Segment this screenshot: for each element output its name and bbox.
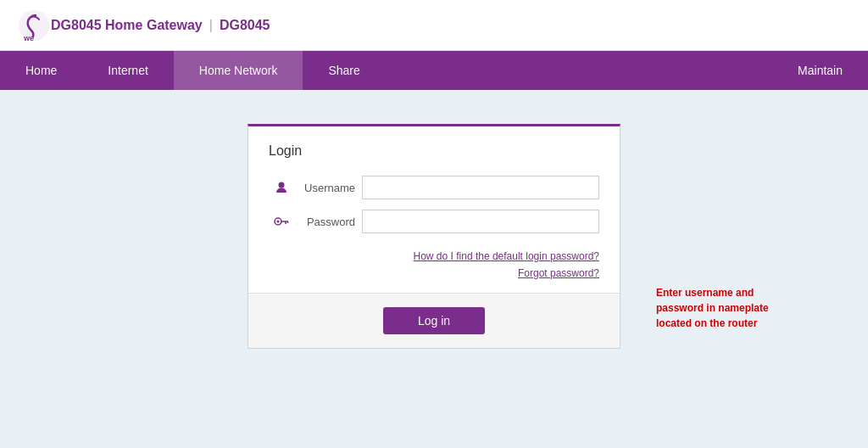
login-button[interactable]: Log in <box>383 307 485 334</box>
password-icon <box>269 216 294 227</box>
svg-point-2 <box>279 182 285 188</box>
login-title: Login <box>269 143 599 159</box>
we-logo: we <box>17 8 51 42</box>
svg-text:we: we <box>23 34 34 42</box>
header-model: DG8045 <box>220 18 270 33</box>
hint-text: Enter username and password in nameplate… <box>656 285 792 331</box>
password-label: Password <box>294 216 362 228</box>
password-group: Password <box>269 210 599 233</box>
main-nav: Home Internet Home Network Share Maintai… <box>0 51 868 90</box>
svg-point-4 <box>277 221 280 223</box>
header-title: DG8045 Home Gateway <box>51 18 203 33</box>
user-icon <box>269 181 294 194</box>
nav-item-home[interactable]: Home <box>0 51 82 90</box>
nav-item-internet[interactable]: Internet <box>82 51 173 90</box>
username-input[interactable] <box>362 176 599 199</box>
main-content: Login Username Password <box>0 90 868 448</box>
username-group: Username <box>269 176 599 199</box>
logo: we <box>17 8 51 42</box>
help-link[interactable]: How do I find the default login password… <box>269 250 599 262</box>
username-label: Username <box>294 182 362 194</box>
login-card: Login Username Password <box>248 124 620 349</box>
nav-item-share[interactable]: Share <box>303 51 385 90</box>
nav-item-home-network[interactable]: Home Network <box>174 51 303 90</box>
form-links: How do I find the default login password… <box>269 250 599 279</box>
login-footer: Log in <box>248 293 620 348</box>
header: we DG8045 Home Gateway | DG8045 <box>0 0 868 51</box>
forgot-link[interactable]: Forgot password? <box>269 267 599 279</box>
header-divider: | <box>209 18 213 33</box>
nav-item-maintain[interactable]: Maintain <box>772 51 868 90</box>
password-input[interactable] <box>362 210 599 233</box>
